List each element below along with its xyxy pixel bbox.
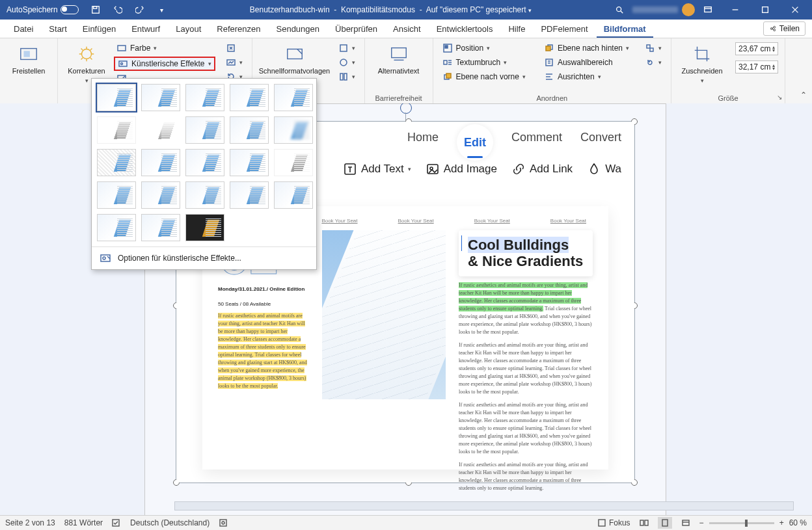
group-barrierefreiheit: Barrierefreiheit — [372, 93, 426, 102]
bring-forward-icon — [442, 72, 453, 82]
avatar[interactable] — [682, 3, 695, 16]
svg-rect-24 — [446, 73, 451, 78]
selection-pane-icon — [544, 57, 554, 68]
undo-button[interactable] — [109, 1, 127, 19]
corrections-icon — [76, 44, 97, 64]
tab-bildformat[interactable]: Bildformat — [597, 21, 653, 38]
svg-point-16 — [340, 59, 347, 66]
tab-einfuegen[interactable]: Einfügen — [75, 21, 123, 38]
group-anordnen: Anordnen — [440, 93, 665, 102]
artistic-effects-gallery: Optionen für künstlerische Effekte... — [91, 78, 317, 104]
crop-icon — [692, 44, 712, 64]
alternativtext-button[interactable]: Alternativtext — [372, 41, 426, 75]
size-dialog-launcher[interactable]: ↘ — [777, 94, 782, 101]
autosave-label: AutoSpeichern — [7, 5, 58, 14]
effects-icon — [338, 57, 349, 68]
svg-point-2 — [617, 7, 621, 12]
tab-entwicklertools[interactable]: Entwicklertools — [429, 21, 500, 38]
svg-rect-6 — [24, 51, 30, 57]
width-field[interactable]: 32,17 cm▴▾ — [731, 60, 778, 73]
qat-more[interactable]: ▾ — [153, 1, 171, 19]
tab-entwurf[interactable]: Entwurf — [124, 21, 167, 38]
group-groesse: Größe — [678, 93, 778, 102]
window-title: Benutzerhandbuch-win - Kompatibilitätsmo… — [171, 5, 610, 14]
align-icon — [544, 72, 554, 82]
ebene-nach-hinten-button[interactable]: Ebene nach hinten▾ — [541, 42, 632, 54]
remove-background-icon — [18, 44, 39, 64]
textumbruch-button[interactable]: Textumbruch▾ — [440, 57, 528, 68]
svg-rect-14 — [287, 49, 302, 59]
svg-rect-17 — [340, 73, 343, 80]
rotate-button[interactable]: ▾ — [642, 57, 664, 68]
svg-rect-29 — [650, 48, 653, 51]
effect-none[interactable] — [97, 84, 136, 104]
share-label: Teilen — [779, 24, 800, 33]
effect-pencil-gray[interactable] — [185, 84, 224, 104]
alt-text-icon — [388, 44, 409, 64]
rotate-handle[interactable] — [400, 103, 412, 104]
svg-rect-8 — [118, 46, 126, 51]
svg-rect-19 — [391, 48, 406, 58]
compress-button[interactable] — [223, 42, 245, 54]
svg-rect-21 — [445, 46, 448, 48]
artistic-effects-icon — [118, 59, 128, 69]
tab-referenzen[interactable]: Referenzen — [210, 21, 267, 38]
toggle-off-icon — [61, 5, 79, 14]
tab-start[interactable]: Start — [42, 21, 74, 38]
autosave-toggle[interactable]: AutoSpeichern — [3, 1, 83, 19]
maximize-button[interactable] — [751, 1, 779, 19]
search-button[interactable] — [610, 1, 629, 19]
username-blurred — [632, 7, 678, 13]
svg-point-10 — [121, 63, 123, 65]
titlebar: AutoSpeichern ▾ Benutzerhandbuch-win - K… — [0, 0, 812, 20]
tab-layout[interactable]: Layout — [169, 21, 208, 38]
svg-rect-18 — [344, 73, 347, 80]
collapse-ribbon-button[interactable]: ⌃ — [800, 90, 807, 99]
zuschneiden-button[interactable]: Zuschneiden▾ — [678, 41, 726, 84]
svg-rect-4 — [763, 7, 768, 13]
ausrichten-button[interactable]: Ausrichten▾ — [541, 71, 632, 83]
tab-ansicht[interactable]: Ansicht — [386, 21, 428, 38]
tab-sendungen[interactable]: Sendungen — [269, 21, 327, 38]
layout-icon — [338, 72, 349, 82]
wrap-text-icon — [442, 57, 453, 68]
tab-pdfelement[interactable]: PDFelement — [534, 21, 595, 38]
svg-point-7 — [82, 49, 92, 59]
ribbon-display-button[interactable] — [699, 1, 717, 19]
picture-border-button[interactable]: ▾ — [336, 42, 358, 54]
change-picture-button[interactable]: ▾ — [223, 57, 245, 68]
share-button[interactable]: Teilen — [763, 21, 805, 36]
tab-ueberpruefen[interactable]: Überprüfen — [328, 21, 385, 38]
picture-effects-button[interactable]: ▾ — [336, 57, 358, 68]
picture-layout-button[interactable]: ▾ — [336, 71, 358, 83]
svg-rect-15 — [340, 45, 347, 51]
close-button[interactable] — [781, 1, 809, 19]
menubar: Datei Start Einfügen Entwurf Layout Refe… — [0, 20, 812, 38]
redo-button[interactable] — [131, 1, 149, 19]
group-icon — [645, 43, 655, 53]
farbe-button[interactable]: Farbe▾ — [114, 42, 215, 54]
svg-rect-26 — [546, 46, 550, 51]
group-objects-button[interactable]: ▾ — [642, 42, 664, 54]
svg-rect-1 — [93, 7, 96, 9]
effect-marker[interactable] — [141, 84, 180, 104]
tab-hilfe[interactable]: Hilfe — [501, 21, 532, 38]
tab-datei[interactable]: Datei — [7, 21, 40, 38]
freistellen-button[interactable]: Freistellen — [7, 41, 51, 75]
save-button[interactable] — [87, 1, 105, 19]
svg-rect-22 — [444, 60, 447, 64]
color-icon — [116, 43, 127, 53]
svg-rect-27 — [546, 59, 552, 66]
effect-line-drawing[interactable] — [274, 84, 313, 104]
auswahlbereich-button[interactable]: Auswahlbereich — [541, 57, 632, 68]
effect-pencil-sketch[interactable] — [230, 84, 269, 104]
ebene-nach-vorne-button[interactable]: Ebene nach vorne▾ — [440, 71, 528, 83]
rotate-icon — [645, 57, 655, 68]
position-button[interactable]: Position▾ — [440, 42, 528, 54]
svg-rect-3 — [705, 7, 712, 12]
position-icon — [442, 43, 453, 53]
height-field[interactable]: 23,67 cm▴▾ — [731, 42, 778, 55]
kuenstlerische-effekte-button[interactable]: Künstlerische Effekte▾ — [114, 57, 215, 71]
compress-icon — [226, 43, 236, 53]
minimize-button[interactable] — [721, 1, 750, 19]
